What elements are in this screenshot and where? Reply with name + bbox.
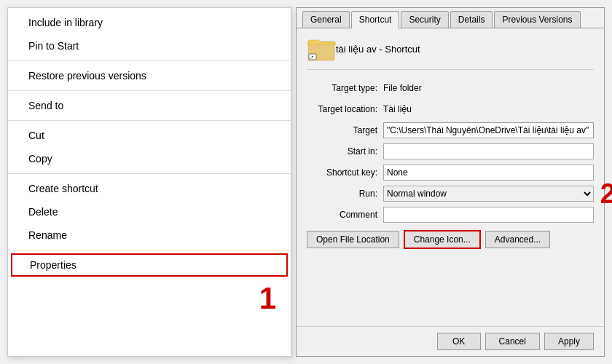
- separator-5: [8, 250, 291, 250]
- change-icon-button[interactable]: Change Icon...: [404, 230, 481, 249]
- open-file-location-button[interactable]: Open File Location: [307, 231, 399, 248]
- menu-item-properties[interactable]: Properties: [11, 253, 288, 277]
- form-row-shortcut-key: Shortcut key:: [307, 165, 594, 181]
- run-select-wrapper: Normal window 2: [383, 186, 594, 202]
- dialog-tabs: General Shortcut Security Details Previo…: [297, 8, 604, 28]
- separator-1: [8, 60, 291, 61]
- input-start-in[interactable]: [383, 143, 594, 159]
- menu-item-restore-versions[interactable]: Restore previous versions: [8, 64, 291, 87]
- menu-item-delete[interactable]: Delete: [8, 200, 291, 223]
- tab-shortcut[interactable]: Shortcut: [351, 11, 400, 28]
- tab-general[interactable]: General: [302, 11, 350, 28]
- label-comment: Comment: [307, 210, 383, 220]
- dialog-content: ↗ tài liệu av - Shortcut Target type: Fi…: [297, 28, 604, 326]
- menu-item-include-library[interactable]: Include in library: [8, 11, 291, 34]
- dialog-header: ↗ tài liệu av - Shortcut: [307, 36, 594, 70]
- ok-button[interactable]: OK: [437, 333, 481, 350]
- form-row-target-location: Target location: Tài liệu: [307, 101, 594, 117]
- select-run[interactable]: Normal window: [383, 186, 594, 202]
- menu-item-cut[interactable]: Cut: [8, 124, 291, 147]
- action-buttons-row: Open File Location Change Icon... Advanc…: [307, 230, 594, 249]
- menu-item-rename[interactable]: Rename: [8, 223, 291, 247]
- form-row-comment: Comment: [307, 207, 594, 223]
- svg-text:↗: ↗: [310, 55, 314, 60]
- form-row-target-type: Target type: File folder: [307, 80, 594, 96]
- label-target: Target: [307, 125, 383, 135]
- folder-icon: ↗: [307, 36, 336, 62]
- input-shortcut-key[interactable]: [383, 165, 594, 181]
- dialog-footer: OK Cancel Apply: [297, 326, 604, 356]
- value-target-type: File folder: [383, 83, 422, 93]
- tab-previous-versions[interactable]: Previous Versions: [494, 11, 580, 28]
- menu-item-create-shortcut[interactable]: Create shortcut: [8, 177, 291, 200]
- tab-security[interactable]: Security: [401, 11, 448, 28]
- label-target-location: Target location:: [307, 104, 383, 114]
- form-row-target: Target: [307, 122, 594, 138]
- form-row-run: Run: Normal window 2: [307, 186, 594, 202]
- separator-4: [8, 173, 291, 174]
- marker-2: 2: [600, 178, 612, 210]
- apply-button[interactable]: Apply: [544, 333, 594, 350]
- menu-item-copy[interactable]: Copy: [8, 147, 291, 170]
- label-shortcut-key: Shortcut key:: [307, 167, 383, 178]
- label-target-type: Target type:: [307, 83, 383, 93]
- menu-item-send-to[interactable]: Send to: [8, 94, 291, 117]
- separator-3: [8, 120, 291, 121]
- context-menu: Include in library Pin to Start Restore …: [7, 7, 291, 357]
- input-comment[interactable]: [383, 207, 594, 223]
- tab-details[interactable]: Details: [450, 11, 493, 28]
- form-row-start-in: Start in:: [307, 143, 594, 159]
- cancel-button[interactable]: Cancel: [485, 333, 540, 350]
- marker-1: 1: [259, 281, 276, 316]
- value-target-location: Tài liệu: [383, 104, 412, 114]
- label-start-in: Start in:: [307, 146, 383, 157]
- menu-item-pin-start[interactable]: Pin to Start: [8, 34, 291, 58]
- input-target[interactable]: [383, 122, 594, 138]
- dialog-title: tài liệu av - Shortcut: [336, 44, 420, 55]
- properties-dialog: General Shortcut Security Details Previo…: [296, 7, 605, 357]
- label-run: Run:: [307, 189, 383, 199]
- separator-2: [8, 90, 291, 91]
- advanced-button[interactable]: Advanced...: [485, 231, 550, 248]
